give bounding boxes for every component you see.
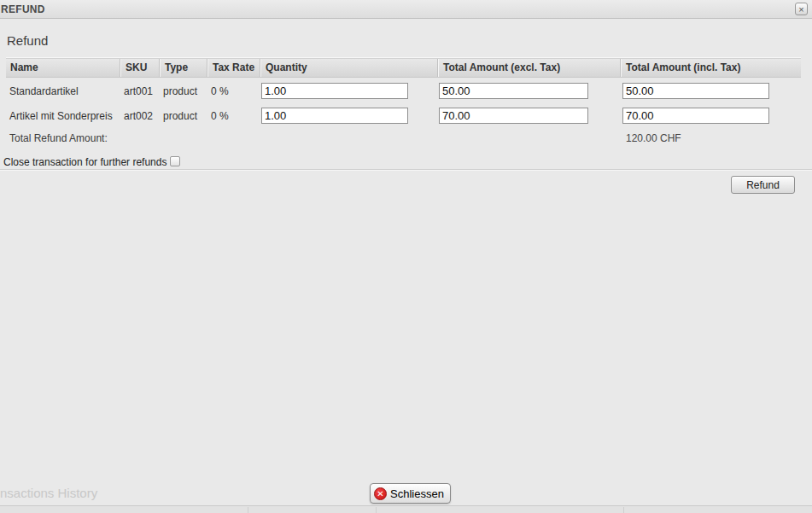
footer-divider — [0, 169, 812, 170]
table-row: Standardartikel art001 product 0 % — [6, 79, 801, 103]
column-header-quantity: Quantity — [260, 59, 438, 77]
red-close-icon: ✕ — [374, 487, 387, 500]
table-row: Artikel mit Sonderpreis art002 product 0… — [6, 103, 801, 128]
dialog-titlebar: REFUND × — [0, 0, 812, 19]
background-column-divider — [376, 507, 377, 513]
item-type: product — [160, 110, 207, 122]
background-page-title: nsactions History — [0, 486, 97, 500]
close-transaction-checkbox[interactable] — [170, 156, 180, 166]
item-sku: art001 — [120, 85, 160, 97]
column-header-total-incl-tax: Total Amount (incl. Tax) — [621, 59, 801, 77]
schliessen-button[interactable]: ✕ Schliessen — [370, 483, 451, 504]
item-name: Standardartikel — [6, 85, 120, 97]
total-refund-value: 120.00 CHF — [621, 132, 681, 144]
schliessen-label: Schliessen — [390, 487, 444, 500]
background-column-divider — [248, 507, 248, 513]
item-type: product — [160, 85, 207, 97]
dialog-title: REFUND — [1, 3, 45, 15]
total-refund-row: Total Refund Amount: 120.00 CHF — [6, 128, 801, 148]
total-excl-tax-input[interactable] — [439, 83, 588, 99]
background-table-header-strip — [0, 505, 812, 513]
close-icon: × — [798, 4, 803, 15]
total-refund-label: Total Refund Amount: — [6, 132, 621, 144]
total-incl-tax-input[interactable] — [622, 108, 769, 124]
quantity-input[interactable] — [261, 83, 408, 99]
refund-table-header: Name SKU Type Tax Rate Quantity Total Am… — [6, 58, 801, 78]
page-title: Refund — [7, 33, 48, 48]
column-header-sku: SKU — [120, 59, 160, 77]
column-header-type: Type — [160, 59, 207, 77]
item-name: Artikel mit Sonderpreis — [6, 110, 120, 122]
total-excl-tax-input[interactable] — [439, 108, 588, 124]
item-tax-rate: 0 % — [207, 110, 260, 122]
column-header-tax-rate: Tax Rate — [207, 59, 260, 77]
dialog-close-button[interactable]: × — [795, 3, 808, 15]
item-sku: art002 — [120, 110, 160, 122]
quantity-input[interactable] — [261, 108, 408, 124]
close-transaction-label: Close transaction for further refunds — [3, 156, 166, 168]
item-tax-rate: 0 % — [207, 85, 260, 97]
refund-button[interactable]: Refund — [731, 176, 795, 194]
column-header-total-excl-tax: Total Amount (excl. Tax) — [438, 59, 621, 77]
background-column-divider — [623, 507, 624, 513]
total-incl-tax-input[interactable] — [622, 83, 769, 99]
close-transaction-row: Close transaction for further refunds — [3, 154, 180, 169]
column-header-name: Name — [6, 59, 120, 77]
